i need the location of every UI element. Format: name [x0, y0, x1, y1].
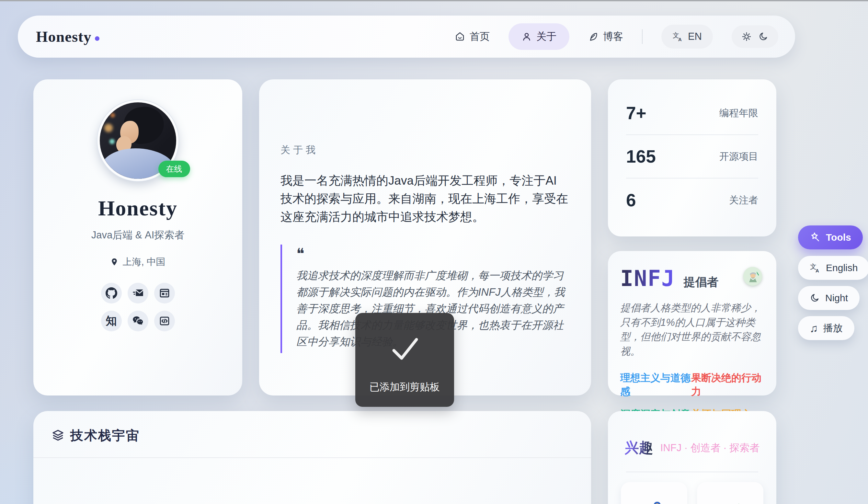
cyclist-icon [640, 491, 669, 504]
music-note-icon: ♫ [810, 322, 818, 333]
blog-link[interactable] [154, 283, 175, 304]
profile-name: Honesty [33, 196, 242, 220]
stat-row-open-source: 165 开源项目 [626, 135, 758, 178]
books-icon [716, 491, 745, 504]
wizard-icon [743, 267, 762, 286]
tech-stack-title: 技术栈宇宙 [70, 426, 140, 444]
night-mode-label: Night [825, 292, 848, 304]
interests-subtitle: INFJ · 创造者 · 探索者 [660, 441, 760, 455]
home-icon [455, 31, 465, 42]
zhihu-link[interactable]: 知 [101, 311, 122, 331]
trait-item: 果断决绝的行动力 [691, 371, 762, 398]
stat-value: 7+ [626, 103, 647, 123]
moon-icon [758, 31, 768, 42]
tech-stack-card: 技术栈宇宙 Spring Security MyBatis Hexo Postg… [33, 411, 591, 504]
translate-icon: 文A [672, 31, 683, 42]
email-link[interactable] [127, 283, 148, 304]
tech-tag-cloud: Spring Security MyBatis Hexo Postgresql … [33, 458, 591, 504]
nav-divider [642, 29, 643, 44]
nav-item-label: 关于 [536, 30, 556, 43]
translate-icon: 文A [810, 263, 821, 274]
social-links: 知 [33, 283, 242, 331]
nav-item-label: 首页 [469, 30, 490, 43]
page: Honesty 首页 关于 博客 [0, 0, 868, 504]
interest-item-reading[interactable] [697, 482, 763, 504]
profile-role: Java后端 & AI探索者 [33, 228, 242, 242]
language-switch-label: English [826, 263, 858, 274]
nav-item-about[interactable]: 关于 [508, 23, 569, 50]
tech-stack-header: 技术栈宇宙 [33, 426, 591, 444]
language-toggle-label: EN [688, 31, 702, 42]
site-logo[interactable]: Honesty [36, 28, 100, 45]
nav-item-label: 博客 [603, 30, 623, 43]
site-logo-text: Honesty [36, 28, 92, 45]
code-icon [159, 316, 170, 327]
clipboard-toast: 已添加到剪贴板 [355, 313, 454, 407]
nav-item-home[interactable]: 首页 [455, 30, 490, 43]
github-icon [106, 287, 117, 299]
profile-card: 在线 Honesty Java后端 & AI探索者 上海, 中国 [33, 79, 242, 395]
avatar-wrap: 在线 [97, 100, 178, 181]
svg-text:A: A [678, 37, 682, 42]
personality-type: INFJ [620, 266, 675, 291]
toast-message: 已添加到剪贴板 [370, 380, 440, 394]
stat-label: 编程年限 [719, 106, 758, 120]
play-music-label: 播放 [823, 322, 843, 335]
magic-star-icon [810, 232, 821, 243]
header: Honesty 首页 关于 博客 [18, 16, 795, 58]
about-paragraph: 我是一名充满热情的Java后端开发工程师，专注于AI技术的探索与应用。来自湖南，… [280, 172, 568, 226]
mail-send-icon [132, 287, 144, 299]
map-pin-icon [110, 258, 118, 266]
stats-card: 7+ 编程年限 165 开源项目 6 关注者 [608, 79, 776, 236]
sun-icon [741, 31, 752, 42]
zhihu-icon: 知 [106, 313, 117, 328]
trait-item: 理想主义与道德感 [620, 371, 691, 398]
interest-item-cycling[interactable] [621, 482, 687, 504]
stat-value: 6 [626, 190, 636, 210]
status-badge: 在线 [158, 161, 190, 177]
user-icon [521, 31, 532, 42]
tools-button-label: Tools [826, 232, 851, 243]
feather-icon [588, 31, 599, 42]
profile-location: 上海, 中国 [33, 256, 242, 268]
wechat-link[interactable] [127, 311, 148, 331]
wechat-icon [132, 315, 144, 327]
stat-label: 开源项目 [719, 150, 758, 163]
about-section-label: 关于我 [280, 144, 568, 157]
interest-items [621, 482, 763, 504]
github-link[interactable] [101, 283, 122, 304]
svg-text:A: A [816, 268, 819, 274]
theme-toggle[interactable] [732, 25, 778, 48]
interests-title: 兴趣 [625, 438, 653, 457]
logo-dot-icon [95, 36, 100, 41]
personality-header: INFJ 提倡者 [620, 266, 762, 291]
personality-title: 提倡者 [683, 274, 719, 290]
moon-icon [810, 293, 820, 303]
check-icon [389, 336, 421, 361]
profile-location-text: 上海, 中国 [122, 256, 165, 268]
stat-row-followers: 6 关注者 [626, 178, 758, 222]
stat-value: 165 [626, 146, 656, 167]
code-link[interactable] [154, 311, 175, 331]
stat-row-coding-years: 7+ 编程年限 [626, 92, 758, 135]
tools-button[interactable]: Tools [798, 225, 863, 249]
language-switch-button[interactable]: 文A English [798, 256, 868, 280]
layers-icon [52, 429, 64, 442]
nav-item-blog[interactable]: 博客 [588, 30, 623, 43]
stat-label: 关注者 [729, 194, 758, 207]
divider [626, 472, 758, 472]
interests-header: 兴趣 INFJ · 创造者 · 探索者 [621, 438, 763, 457]
main-nav: 首页 关于 博客 文A EN [455, 23, 778, 50]
interests-card: 兴趣 INFJ · 创造者 · 探索者 [608, 411, 776, 504]
night-mode-button[interactable]: Night [798, 286, 860, 310]
quote-mark-icon: ❝ [296, 247, 568, 261]
language-toggle[interactable]: 文A EN [661, 24, 713, 49]
personality-card: INFJ 提倡者 提倡者人格类型的人非常稀少，只有不到1%的人口属于这种类型，但… [608, 251, 776, 395]
personality-description: 提倡者人格类型的人非常稀少，只有不到1%的人口属于这种类型，但他们对世界的贡献不… [620, 301, 762, 359]
play-music-button[interactable]: ♫ 播放 [798, 316, 855, 340]
blog-icon [159, 288, 170, 299]
